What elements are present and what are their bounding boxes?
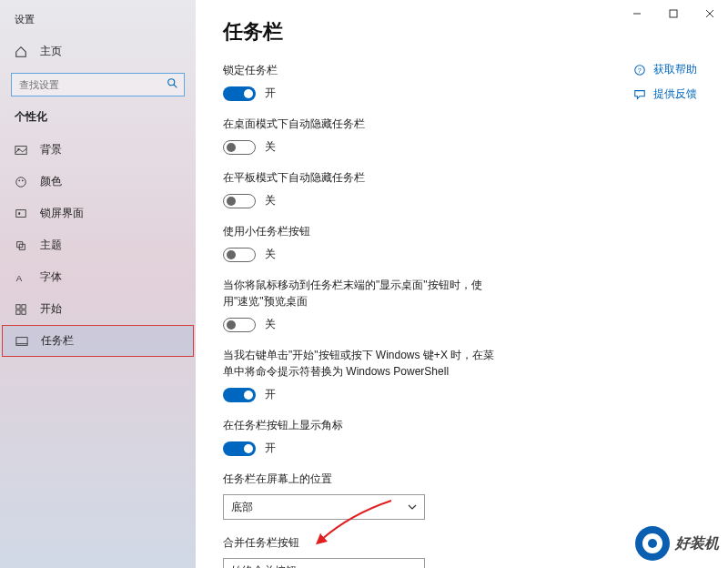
- sidebar-item-themes[interactable]: 主题: [0, 229, 196, 261]
- setting-label: 锁定任务栏: [223, 62, 505, 78]
- taskbar-icon: [15, 335, 28, 348]
- toggle-lock-taskbar[interactable]: [223, 86, 256, 101]
- sidebar-item-colors[interactable]: 颜色: [0, 166, 196, 198]
- help-icon: ?: [633, 64, 646, 76]
- search-input[interactable]: [11, 73, 185, 96]
- toggle-powershell[interactable]: [223, 388, 256, 402]
- sidebar-item-label: 背景: [40, 142, 62, 157]
- toggle-peek[interactable]: [223, 318, 256, 332]
- svg-point-9: [18, 179, 20, 181]
- svg-point-8: [16, 177, 26, 187]
- svg-rect-15: [22, 304, 25, 308]
- toggle-state: 开: [265, 441, 276, 456]
- sidebar-item-fonts[interactable]: A 字体: [0, 261, 196, 293]
- palette-icon: [15, 176, 27, 188]
- dropdown-position[interactable]: 底部: [223, 494, 425, 520]
- sidebar-item-label: 锁屏界面: [40, 206, 84, 221]
- maximize-button[interactable]: [655, 0, 692, 27]
- setting-label: 任务栏在屏幕上的位置: [223, 471, 505, 487]
- image-icon: [15, 144, 27, 157]
- watermark-text: 好装机: [675, 534, 719, 553]
- svg-rect-16: [16, 309, 20, 313]
- setting-label: 在桌面模式下自动隐藏任务栏: [223, 116, 505, 132]
- toggle-small-buttons[interactable]: [223, 248, 256, 262]
- toggle-state: 关: [265, 139, 276, 155]
- setting-label: 当你将鼠标移动到任务栏末端的"显示桌面"按钮时，使用"速览"预览桌面: [223, 277, 505, 309]
- toggle-state: 关: [265, 193, 276, 208]
- close-button[interactable]: [692, 0, 728, 27]
- svg-rect-11: [16, 209, 26, 217]
- svg-rect-14: [16, 304, 20, 308]
- sidebar: 设置 主页 个性化 背景 颜色 锁屏界面 主题: [0, 0, 196, 568]
- link-text: 提供反馈: [653, 86, 697, 102]
- watermark: 好装机: [635, 526, 719, 561]
- svg-rect-1: [670, 10, 677, 17]
- toggle-autohide-tablet[interactable]: [223, 194, 256, 208]
- sidebar-section-label: 个性化: [0, 106, 196, 134]
- sidebar-item-label: 主题: [40, 238, 62, 253]
- svg-rect-12: [18, 212, 20, 215]
- link-text: 获取帮助: [653, 62, 697, 77]
- content: 任务栏 锁定任务栏 开 在桌面模式下自动隐藏任务栏 关 在平板模式下自动隐藏任务…: [196, 0, 728, 568]
- toggle-state: 开: [265, 86, 276, 101]
- sidebar-item-label: 颜色: [40, 174, 62, 189]
- nav-list: 背景 颜色 锁屏界面 主题 A 字体 开始: [0, 134, 196, 357]
- setting-label: 当我右键单击"开始"按钮或按下 Windows 键+X 时，在菜单中将命令提示符…: [223, 347, 505, 380]
- link-feedback[interactable]: 提供反馈: [633, 86, 697, 102]
- theme-icon: [15, 239, 27, 252]
- nav-home-label: 主页: [40, 44, 62, 59]
- toggle-state: 开: [265, 387, 276, 402]
- setting-label: 使用小任务栏按钮: [223, 223, 505, 239]
- feedback-icon: [633, 88, 646, 101]
- sidebar-item-lockscreen[interactable]: 锁屏界面: [0, 198, 196, 229]
- sidebar-item-label: 任务栏: [41, 333, 74, 349]
- setting-label: 在平板模式下自动隐藏任务栏: [223, 169, 505, 186]
- home-icon: [15, 46, 27, 58]
- link-help[interactable]: ? 获取帮助: [633, 62, 697, 77]
- dropdown-value: 始终合并按钮: [231, 563, 297, 569]
- font-icon: A: [15, 271, 27, 284]
- search-icon: [167, 77, 179, 94]
- chevron-down-icon: [408, 502, 417, 512]
- toggle-badges[interactable]: [223, 441, 256, 456]
- svg-point-4: [168, 79, 175, 86]
- setting-label: 合并任务栏按钮: [223, 534, 505, 551]
- svg-line-5: [174, 85, 177, 88]
- dropdown-value: 底部: [231, 500, 253, 515]
- toggle-state: 关: [265, 317, 276, 332]
- nav-home[interactable]: 主页: [0, 36, 196, 67]
- svg-text:?: ?: [638, 66, 642, 73]
- svg-rect-17: [22, 309, 25, 313]
- svg-point-10: [22, 179, 24, 181]
- start-icon: [15, 303, 27, 316]
- sidebar-item-start[interactable]: 开始: [0, 293, 196, 325]
- setting-label: 在任务栏按钮上显示角标: [223, 417, 505, 433]
- svg-text:A: A: [16, 272, 23, 282]
- toggle-state: 关: [265, 247, 276, 262]
- toggle-autohide-desktop[interactable]: [223, 140, 256, 155]
- sidebar-item-label: 字体: [40, 269, 62, 285]
- sidebar-item-taskbar[interactable]: 任务栏: [2, 325, 194, 357]
- sidebar-item-background[interactable]: 背景: [0, 134, 196, 166]
- minimize-button[interactable]: [619, 0, 655, 27]
- sidebar-item-label: 开始: [40, 301, 62, 317]
- lock-icon: [15, 208, 27, 220]
- dropdown-combine[interactable]: 始终合并按钮: [223, 558, 425, 568]
- app-title: 设置: [0, 9, 196, 36]
